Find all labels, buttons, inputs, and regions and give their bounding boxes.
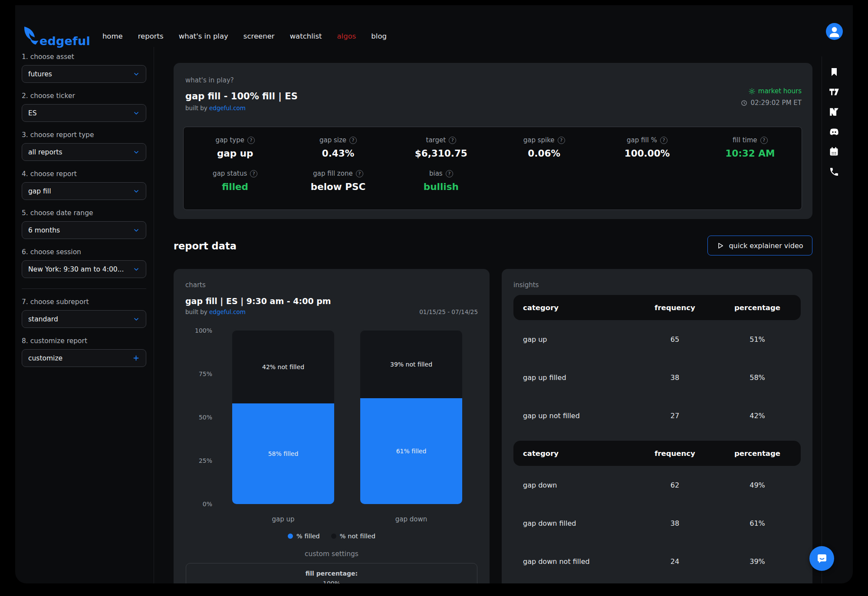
- chat-launcher-button[interactable]: [809, 546, 834, 571]
- user-avatar[interactable]: [826, 23, 843, 40]
- session-select[interactable]: New York: 9:30 am to 4:00...: [22, 260, 146, 278]
- report-select[interactable]: gap fill: [22, 182, 146, 200]
- whats-in-play-title: gap fill - 100% fill | ES: [185, 91, 802, 102]
- nav-item-blog[interactable]: blog: [371, 32, 387, 40]
- asset-select[interactable]: futures: [22, 65, 146, 83]
- step-label-date-range: 5. choose date range: [22, 209, 154, 217]
- chevron-down-icon: [133, 266, 140, 273]
- stat-gap-size: gap size? 0.43%: [286, 136, 389, 159]
- main-content: what's in play? gap fill - 100% fill | E…: [174, 47, 853, 583]
- chevron-down-icon: [133, 71, 140, 78]
- stat-gap-spike: gap spike? 0.06%: [493, 136, 595, 159]
- y-axis-tick: 0%: [185, 501, 212, 508]
- discord-icon[interactable]: [828, 126, 840, 138]
- phone-icon[interactable]: [828, 166, 840, 177]
- clock-icon: [741, 100, 747, 106]
- chevron-down-icon: [133, 110, 140, 117]
- help-icon[interactable]: ?: [449, 137, 456, 144]
- nav-item-home[interactable]: home: [102, 32, 123, 40]
- help-icon[interactable]: ?: [250, 170, 257, 177]
- report-type-select[interactable]: all reports: [22, 143, 146, 161]
- step-label-report-type: 3. choose report type: [22, 131, 154, 139]
- clock-time-text: 02:29:02 PM ET: [750, 99, 802, 107]
- chart-title: gap fill | ES | 9:30 am - 4:00 pm: [185, 296, 478, 306]
- plus-icon: [132, 354, 140, 362]
- bar-gap-down: 39% not filled 61% filled: [360, 331, 462, 504]
- insights-label: insights: [513, 281, 801, 289]
- help-icon[interactable]: ?: [558, 137, 565, 144]
- edgeful-logo[interactable]: edgeful: [20, 24, 90, 49]
- ticker-select[interactable]: ES: [22, 104, 146, 122]
- x-axis-label-gap-down: gap down: [360, 515, 462, 523]
- step-label-subreport: 7. choose subreport: [22, 298, 154, 306]
- y-axis-tick: 25%: [185, 457, 212, 464]
- report-builder-sidebar: 1. choose asset futures 2. choose ticker…: [15, 47, 154, 583]
- person-icon: [826, 23, 843, 40]
- chevron-down-icon: [133, 149, 140, 156]
- chart-date-range: 01/15/25 - 07/14/25: [419, 308, 478, 315]
- table-row: gap down not filled 24 39%: [513, 542, 801, 580]
- bookmark-icon[interactable]: [828, 66, 840, 78]
- app-page: edgeful home reports what's in play scre…: [15, 5, 853, 583]
- step-label-ticker: 2. choose ticker: [22, 92, 154, 100]
- legend-item-not-filled: % not filled: [331, 533, 375, 540]
- nav-item-screener[interactable]: screener: [243, 32, 275, 40]
- chart-legend: % filled % not filled: [174, 533, 490, 540]
- date-range-select[interactable]: 6 months: [22, 221, 146, 239]
- y-axis-tick: 50%: [185, 414, 212, 421]
- custom-settings-box: fill percentage: 100%: [186, 563, 477, 583]
- whats-in-play-card: what's in play? gap fill - 100% fill | E…: [174, 63, 812, 219]
- help-icon[interactable]: ?: [356, 170, 363, 177]
- customize-button[interactable]: customize: [22, 349, 146, 367]
- stat-gap-type: gap type? gap up: [184, 136, 286, 159]
- help-icon[interactable]: ?: [760, 137, 768, 144]
- stats-row-1: gap type? gap up gap size? 0.43% target?…: [184, 136, 802, 159]
- stat-fill-time: fill time? 10:32 AM: [699, 136, 802, 159]
- market-status-text: market hours: [758, 87, 802, 95]
- top-navigation: edgeful home reports what's in play scre…: [20, 24, 387, 49]
- insights-card: insights category frequency percentage g…: [502, 269, 812, 583]
- table-row: gap down 62 49%: [513, 466, 801, 504]
- table-row: gap down filled 38 61%: [513, 504, 801, 542]
- segment-filled: 58% filled: [232, 403, 334, 504]
- step-label-asset: 1. choose asset: [22, 53, 154, 61]
- edgeful-link[interactable]: edgeful.com: [209, 105, 246, 111]
- help-icon[interactable]: ?: [660, 137, 667, 144]
- edgeful-link[interactable]: edgeful.com: [209, 308, 246, 315]
- help-icon[interactable]: ?: [247, 137, 255, 144]
- stat-gap-fill-zone: gap fill zone? below PSC: [286, 170, 389, 192]
- gap-fill-stacked-bar-chart: 100% 75% 50% 25% 0% 42% not filled 58% f…: [185, 331, 478, 504]
- whats-in-play-label: what's in play?: [185, 76, 802, 84]
- report-data-heading: report data: [174, 240, 237, 252]
- chevron-down-icon: [133, 227, 140, 234]
- tradingview-icon[interactable]: [828, 86, 840, 98]
- built-by-line: built by edgeful.com: [185, 105, 802, 111]
- nav-item-reports[interactable]: reports: [138, 32, 164, 40]
- legend-dot-not-filled: [331, 534, 336, 539]
- right-icon-rail: [828, 66, 840, 177]
- step-label-customize: 8. customize report: [22, 337, 154, 345]
- help-icon[interactable]: ?: [349, 137, 357, 144]
- market-status-block: market hours 02:29:02 PM ET: [741, 87, 802, 107]
- calendar-icon[interactable]: [828, 146, 840, 157]
- insights-table-header-gap-up: category frequency percentage: [513, 295, 801, 320]
- table-row: gap up 65 51%: [513, 320, 801, 358]
- gap-stats-panel: gap type? gap up gap size? 0.43% target?…: [183, 127, 802, 210]
- stat-target: target? $6,310.75: [390, 136, 493, 159]
- nav-item-watchlist[interactable]: watchlist: [290, 32, 322, 40]
- custom-settings-heading: custom settings: [174, 550, 490, 558]
- play-icon: [717, 242, 724, 249]
- quick-explainer-video-button[interactable]: quick explainer video: [707, 236, 812, 255]
- x-axis-label-gap-up: gap up: [232, 515, 334, 523]
- chevron-down-icon: [133, 316, 140, 323]
- ninjatrader-icon[interactable]: [828, 106, 840, 118]
- stats-row-2: gap status? filled gap fill zone? below …: [184, 170, 802, 192]
- bar-gap-up: 42% not filled 58% filled: [232, 331, 334, 504]
- nav-item-algos[interactable]: algos: [337, 32, 356, 40]
- nav-item-whats-in-play[interactable]: what's in play: [179, 32, 228, 40]
- chat-bubble-icon: [815, 552, 829, 565]
- subreport-select[interactable]: standard: [22, 310, 146, 328]
- step-label-session: 6. choose session: [22, 248, 154, 256]
- help-icon[interactable]: ?: [446, 170, 453, 177]
- y-axis-tick: 100%: [185, 327, 212, 334]
